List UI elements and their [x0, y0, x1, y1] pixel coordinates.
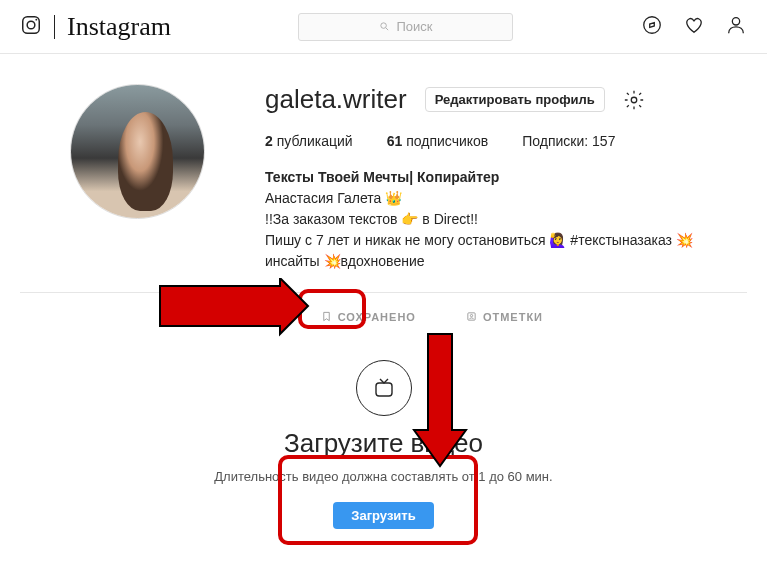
avatar-image [71, 85, 204, 218]
tab-label: IGTV [241, 311, 271, 323]
instagram-logo-icon [20, 14, 42, 40]
bookmark-icon [321, 311, 332, 322]
svg-line-4 [386, 28, 388, 30]
bio: Тексты Твоей Мечты| Копирайтер Анастасия… [265, 167, 747, 272]
profile-header-row: galeta.writer Редактировать профиль [265, 84, 747, 115]
stats-row: 2 публикаций 61 подписчиков Подписки: 15… [265, 133, 747, 149]
svg-point-2 [35, 18, 37, 20]
gear-icon[interactable] [623, 89, 645, 111]
svg-marker-6 [650, 22, 655, 27]
bio-title: Тексты Твоей Мечты| Копирайтер [265, 167, 747, 188]
bio-line: Пишу с 7 лет и никак не могу остановитьс… [265, 230, 747, 272]
avatar[interactable] [70, 84, 205, 219]
brand[interactable]: Instagram [20, 12, 171, 42]
svg-point-5 [644, 16, 661, 33]
tab-label: ОТМЕТКИ [483, 311, 543, 323]
bio-line: !!За заказом текстов 👉 в Direct!! [265, 209, 747, 230]
edit-profile-button[interactable]: Редактировать профиль [425, 87, 605, 112]
bio-line: Анастасия Галета 👑 [265, 188, 747, 209]
brand-divider [54, 15, 55, 39]
upload-button[interactable]: Загрузить [333, 502, 433, 529]
search-icon [379, 21, 390, 32]
profile-icon[interactable] [725, 14, 747, 40]
search-input[interactable]: Поиск [298, 13, 513, 41]
heart-icon[interactable] [683, 14, 705, 40]
tab-tagged[interactable]: ОТМЕТКИ [466, 292, 543, 340]
empty-subtitle: Длительность видео должна составлять от … [0, 469, 767, 484]
brand-name: Instagram [67, 12, 171, 42]
svg-point-1 [27, 21, 35, 29]
stat-posts: 2 публикаций [265, 133, 353, 149]
explore-icon[interactable] [641, 14, 663, 40]
tv-icon [224, 311, 235, 322]
igtv-empty-icon [356, 360, 412, 416]
tabs: IGTV СОХРАНЕНО ОТМЕТКИ [20, 292, 747, 340]
empty-title: Загрузите видео [0, 428, 767, 459]
tab-label: СОХРАНЕНО [338, 311, 416, 323]
stat-following[interactable]: Подписки: 157 [522, 133, 615, 149]
search-wrap: Поиск [187, 13, 625, 41]
search-placeholder: Поиск [396, 19, 432, 34]
svg-rect-9 [225, 314, 233, 320]
topbar: Instagram Поиск [0, 0, 767, 54]
tab-saved[interactable]: СОХРАНЕНО [321, 292, 416, 340]
svg-point-3 [381, 23, 387, 29]
tv-outline-icon [372, 376, 396, 400]
top-icons [641, 14, 747, 40]
profile-section: galeta.writer Редактировать профиль 2 пу… [0, 54, 767, 292]
stat-followers[interactable]: 61 подписчиков [387, 133, 489, 149]
svg-point-11 [470, 314, 472, 316]
svg-rect-12 [376, 383, 392, 396]
igtv-empty-state: Загрузите видео Длительность видео должн… [0, 340, 767, 539]
svg-point-8 [631, 97, 637, 103]
svg-point-7 [732, 17, 739, 24]
tab-igtv[interactable]: IGTV [224, 292, 271, 340]
tagged-icon [466, 311, 477, 322]
username: galeta.writer [265, 84, 407, 115]
profile-info: galeta.writer Редактировать профиль 2 пу… [265, 84, 747, 272]
